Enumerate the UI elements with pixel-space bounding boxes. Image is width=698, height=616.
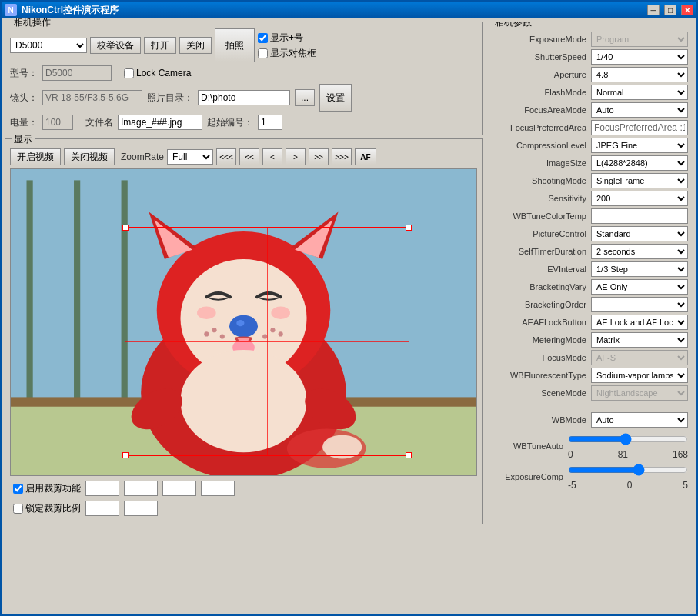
lock-camera-label[interactable]: Lock Camera — [124, 68, 191, 78]
display-controls: 开启视频 关闭视频 ZoomRate Full <<< << < > >> >>… — [10, 142, 477, 165]
param-row-evinterval: EVInterval 1/3 Step — [491, 261, 688, 277]
param-row-aeaflockbutton: AEAFLockButton AE Lock and AF Lock — [491, 315, 688, 330]
filename-field[interactable] — [118, 115, 202, 130]
open-button[interactable]: 打开 — [144, 37, 176, 54]
param-control-meteringmode: Matrix — [591, 332, 688, 348]
param-label-focuspreferredarea: FocusPreferredArea — [491, 123, 591, 132]
show-focus-label[interactable]: 显示对焦框 — [258, 47, 316, 60]
nav-next-next-button[interactable]: >> — [309, 148, 329, 165]
param-label-flashmode: FlashMode — [491, 88, 591, 97]
aeaflockbutton-select[interactable]: AE Lock and AF Lock — [591, 315, 688, 330]
svg-point-21 — [270, 328, 275, 332]
picturecontrol-select[interactable]: Standard — [591, 226, 688, 241]
open-video-button[interactable]: 开启视频 — [10, 148, 61, 165]
bracketingvary-select[interactable]: AE Only — [591, 279, 688, 295]
exposurecomp-slider[interactable] — [568, 463, 688, 477]
compressionlevel-select[interactable]: JPEG Fine — [591, 138, 688, 153]
param-row-flashmode: FlashMode Normal — [491, 85, 688, 100]
param-row-sensitivity: Sensitivity 200 — [491, 191, 688, 206]
param-control-compressionlevel: JPEG Fine — [591, 138, 688, 153]
lock-camera-checkbox[interactable] — [124, 68, 134, 78]
calibrate-button[interactable]: 校举设备 — [90, 37, 141, 54]
evinterval-select[interactable]: 1/3 Step — [591, 261, 688, 277]
crop-y-input[interactable]: 10 — [124, 481, 158, 496]
bracketingorder-select[interactable] — [591, 297, 688, 312]
lock-crop-checkbox[interactable] — [13, 504, 23, 514]
close-video-button[interactable]: 关闭视频 — [64, 148, 115, 165]
type-field — [42, 65, 112, 81]
svg-point-15 — [229, 315, 258, 338]
window-title: NikonCtrl控件演示程序 — [22, 4, 643, 17]
param-row-wbfluorescenttype: WBFluorescentType Sodium-vapor lamps — [491, 368, 688, 383]
scenemode-select: NightLandscape — [591, 385, 688, 401]
imagesize-select[interactable]: L(4288*2848) — [591, 155, 688, 171]
param-control-bracketingorder — [591, 297, 688, 312]
aperture-select[interactable]: 4.8 — [591, 67, 688, 82]
wbmode-select[interactable]: Auto — [591, 412, 688, 428]
param-label-wbmode: WBMode — [491, 415, 591, 425]
right-panel: 相机参数 ExposureMode Program ShutterSpeed — [486, 22, 693, 611]
wbfluorescenttype-select[interactable]: Sodium-vapor lamps — [591, 368, 688, 383]
start-num-field[interactable] — [258, 115, 282, 130]
nav-last-button[interactable]: >>> — [332, 148, 352, 165]
close-button-cam[interactable]: 关闭 — [179, 37, 212, 54]
focusareamode-select[interactable]: Auto — [591, 102, 688, 118]
param-row-bracketingvary: BracketingVary AE Only — [491, 279, 688, 295]
meteringmode-select[interactable]: Matrix — [591, 332, 688, 348]
param-label-evinterval: EVInterval — [491, 265, 591, 274]
close-button[interactable]: ✕ — [681, 5, 693, 15]
enable-crop-label[interactable]: 启用裁剪功能 — [13, 482, 81, 495]
ratio-w-input[interactable]: 300 — [85, 501, 119, 516]
svg-point-13 — [197, 306, 216, 318]
zoom-label: ZoomRate — [121, 152, 164, 162]
crop-section: 启用裁剪功能 10 10 100 100 — [10, 476, 477, 501]
param-row-shutterspeed: ShutterSpeed 1/40 — [491, 49, 688, 65]
set-button[interactable]: 设置 — [319, 84, 352, 112]
shootingmode-select[interactable]: SingleFrame — [591, 173, 688, 188]
param-control-wbmode: Auto — [591, 412, 688, 428]
nav-prev-prev-button[interactable]: << — [239, 148, 259, 165]
maximize-button[interactable]: □ — [664, 5, 676, 15]
param-control-scenemode: NightLandscape — [591, 385, 688, 401]
show-focus-checkbox[interactable] — [258, 48, 268, 58]
nav-first-button[interactable]: <<< — [216, 148, 236, 165]
battery-label: 电量： — [10, 116, 38, 129]
param-row-bracketingorder: BracketingOrder — [491, 297, 688, 312]
take-photo-button[interactable]: 拍照 — [215, 28, 255, 62]
wbtune-slider-row: WBTuneAuto 0 81 168 — [491, 432, 688, 460]
zoom-select[interactable]: Full — [167, 149, 213, 165]
nav-prev-button[interactable]: < — [262, 148, 282, 165]
filename-label: 文件名 — [85, 116, 113, 129]
main-content: 相机操作 D5000 校举设备 打开 关闭 拍照 显示+号 — [2, 18, 696, 614]
lock-crop-label[interactable]: 锁定裁剪比例 — [13, 502, 81, 515]
main-window: N NikonCtrl控件演示程序 ─ □ ✕ 相机操作 D5000 校举设备 … — [0, 0, 698, 616]
crop-x-input[interactable]: 10 — [85, 481, 119, 496]
svg-point-23 — [262, 334, 267, 338]
sensitivity-select[interactable]: 200 — [591, 191, 688, 206]
exposurecomp-slider-container: -5 0 5 — [568, 463, 688, 491]
crop-w-input[interactable]: 100 — [162, 481, 196, 496]
focusmode-select: AF-S — [591, 350, 688, 365]
param-control-picturecontrol: Standard — [591, 226, 688, 241]
camera-view-container — [10, 168, 477, 476]
ratio-h-input[interactable]: 400 — [124, 501, 158, 516]
af-button[interactable]: AF — [355, 148, 376, 165]
param-row-focusmode: FocusMode AF-S — [491, 350, 688, 365]
enable-crop-checkbox[interactable] — [13, 484, 23, 494]
separator1 — [491, 403, 688, 409]
browse-button[interactable]: ... — [295, 89, 315, 106]
show-plus-label[interactable]: 显示+号 — [258, 32, 316, 45]
photo-dir-field[interactable] — [198, 90, 290, 105]
wbtune-slider[interactable] — [568, 432, 688, 446]
crop-h-input[interactable]: 100 — [201, 481, 235, 496]
param-label-compressionlevel: CompressionLevel — [491, 141, 591, 150]
selftimerduration-select[interactable]: 2 seconds — [591, 244, 688, 259]
shutterspeed-select[interactable]: 1/40 — [591, 49, 688, 65]
minimize-button[interactable]: ─ — [647, 5, 660, 15]
param-label-focusareamode: FocusAreaMode — [491, 105, 591, 115]
nav-next-button[interactable]: > — [286, 148, 306, 165]
flashmode-select[interactable]: Normal — [591, 85, 688, 100]
model-select[interactable]: D5000 — [10, 38, 87, 53]
show-plus-checkbox[interactable] — [258, 33, 268, 43]
param-control-evinterval: 1/3 Step — [591, 261, 688, 277]
